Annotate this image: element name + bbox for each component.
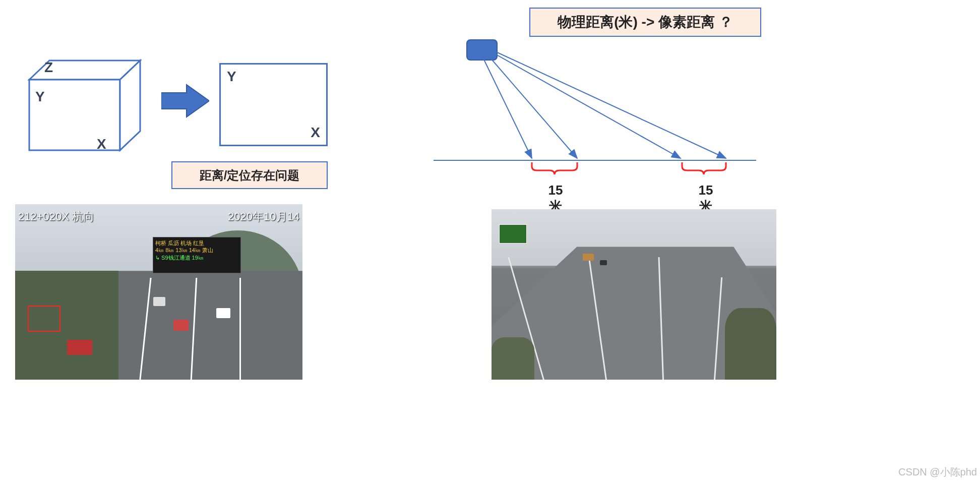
svg-line-7 [486, 53, 577, 158]
perspective-diagram [434, 39, 756, 175]
problem-label-box: 距离/定位存在问题 [171, 161, 328, 189]
highway-sign-small [499, 224, 527, 244]
cube-x-label: X [97, 136, 106, 152]
photo-highway-right [492, 209, 776, 380]
rect-x-label: X [311, 125, 320, 141]
distance-2-value: 15 [694, 183, 718, 198]
sign-row2: 4㎞ 8㎞ 13㎞ 14㎞ 萧山 [155, 247, 238, 254]
watermark: CSDN @小陈phd [898, 465, 977, 479]
question-label-text: 物理距离(米) -> 像素距离 ？ [558, 13, 733, 32]
svg-line-8 [492, 52, 681, 158]
svg-marker-3 [161, 85, 209, 117]
rect-2d: Y X [219, 63, 328, 146]
sign-row1: 柯桥 瓜沥 机场 红垦 [155, 239, 238, 247]
vehicle [216, 308, 230, 318]
bush-right [725, 308, 776, 380]
cube-z-label: Z [44, 59, 53, 76]
highway-sign: 柯桥 瓜沥 机场 红垦 4㎞ 8㎞ 13㎞ 14㎞ 萧山 ↳ S9钱江通道 19… [153, 237, 241, 273]
lane-line [239, 278, 241, 380]
photo-highway-left: 212+020X 杭向 2020年10月14 柯桥 瓜沥 机场 红垦 4㎞ 8㎞… [15, 204, 302, 380]
bush-left [492, 337, 534, 380]
vehicle [173, 320, 189, 331]
photo-overlay-right: 2020年10月14 [228, 209, 299, 224]
detection-box [28, 306, 60, 332]
cube-3d: Z Y X [15, 50, 146, 156]
cube-y-label: Y [35, 89, 45, 105]
problem-label-text: 距离/定位存在问题 [200, 167, 300, 184]
cube-shape [15, 50, 146, 156]
svg-line-9 [494, 51, 726, 158]
arrow-right-icon [161, 81, 209, 121]
rect-y-label: Y [227, 69, 236, 85]
question-label-box: 物理距离(米) -> 像素距离 ？ [529, 8, 761, 37]
photo-overlay-left: 212+020X 杭向 [18, 209, 94, 224]
distance-1-value: 15 [543, 183, 568, 198]
vehicle [583, 254, 594, 261]
vehicle [67, 340, 92, 355]
vehicle [153, 297, 165, 306]
vehicle [600, 260, 607, 265]
sign-row3: ↳ S9钱江通道 19㎞ [155, 254, 238, 261]
